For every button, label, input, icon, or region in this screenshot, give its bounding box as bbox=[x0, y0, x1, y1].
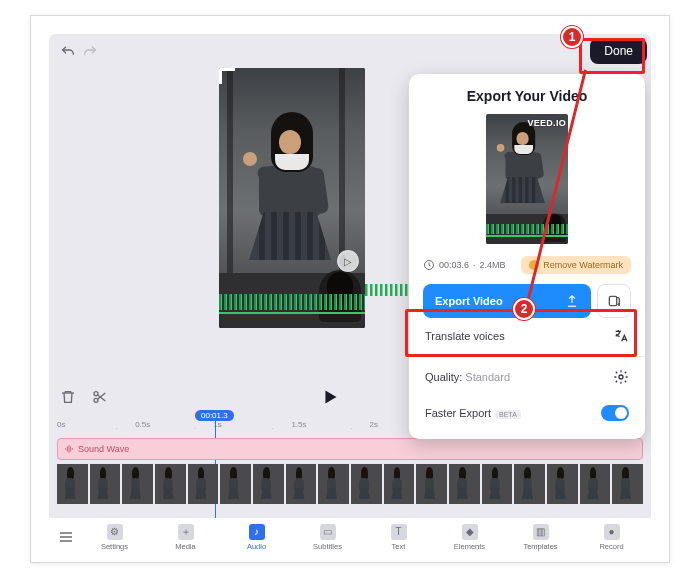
upload-icon bbox=[565, 294, 579, 308]
keyframe-thumb bbox=[90, 464, 121, 504]
tool-text[interactable]: TText bbox=[365, 524, 432, 551]
keyframe-thumb bbox=[57, 464, 88, 504]
tool-media[interactable]: ＋Media bbox=[152, 524, 219, 551]
ruler-tick: 0.5s bbox=[135, 420, 174, 429]
topbar bbox=[57, 38, 643, 66]
copy-plus-icon bbox=[606, 293, 622, 309]
sound-wave-track[interactable]: Sound Wave bbox=[57, 438, 643, 460]
keyframe-thumb bbox=[547, 464, 578, 504]
play-button[interactable] bbox=[317, 384, 343, 410]
delete-button[interactable] bbox=[57, 386, 79, 408]
outer-frame: Done bbox=[30, 15, 670, 563]
keyframe-thumb bbox=[188, 464, 219, 504]
faster-export-toggle[interactable] bbox=[601, 405, 629, 421]
keyframe-thumb bbox=[220, 464, 251, 504]
keyframe-thumb bbox=[416, 464, 447, 504]
svg-rect-3 bbox=[609, 296, 616, 305]
export-options-button[interactable] bbox=[597, 284, 631, 318]
keyframe-thumb bbox=[580, 464, 611, 504]
tool-elements[interactable]: ◆Elements bbox=[436, 524, 503, 551]
done-button[interactable]: Done bbox=[590, 38, 647, 64]
timeline-tools bbox=[57, 386, 111, 408]
playhead-time-label: 00:01.3 bbox=[195, 410, 234, 421]
redo-button[interactable] bbox=[79, 41, 101, 63]
keyframe-thumb bbox=[482, 464, 513, 504]
keyframe-thumb bbox=[351, 464, 382, 504]
tool-record[interactable]: ●Record bbox=[578, 524, 645, 551]
tool-templates[interactable]: ▥Templates bbox=[507, 524, 574, 551]
keyframe-thumb bbox=[449, 464, 480, 504]
preview-play-badge[interactable]: ▷ bbox=[337, 250, 359, 272]
sound-track-label: Sound Wave bbox=[78, 444, 129, 454]
keyframe-thumb bbox=[253, 464, 284, 504]
export-panel: Export Your Video VEED.IO bbox=[409, 74, 645, 439]
ruler-tick: 0s bbox=[57, 420, 96, 429]
keyframe-thumb bbox=[514, 464, 545, 504]
keyframe-thumb bbox=[122, 464, 153, 504]
export-video-button[interactable]: Export Video bbox=[423, 284, 591, 318]
svg-point-0 bbox=[94, 392, 98, 396]
keyframe-thumb bbox=[612, 464, 643, 504]
translate-voices-row[interactable]: Translate voices bbox=[423, 318, 631, 354]
faster-export-row[interactable]: Faster ExportBETA bbox=[423, 395, 631, 431]
keyframe-thumb bbox=[155, 464, 186, 504]
video-track[interactable] bbox=[57, 464, 643, 504]
app-canvas: Done bbox=[49, 34, 651, 556]
bottom-toolbar: ⚙Settings ＋Media ♪Audio ▭Subtitles TText… bbox=[49, 518, 651, 556]
keyframe-thumb bbox=[286, 464, 317, 504]
keyframe-thumb bbox=[384, 464, 415, 504]
menu-button[interactable] bbox=[55, 529, 77, 545]
ruler-tick: 1.5s bbox=[291, 420, 330, 429]
translate-icon bbox=[613, 328, 629, 344]
gear-icon bbox=[613, 369, 629, 385]
tool-subtitles[interactable]: ▭Subtitles bbox=[294, 524, 361, 551]
video-preview[interactable]: ▷ bbox=[219, 68, 365, 328]
tool-settings[interactable]: ⚙Settings bbox=[81, 524, 148, 551]
svg-point-1 bbox=[94, 398, 98, 402]
split-button[interactable] bbox=[89, 386, 111, 408]
keyframe-thumb bbox=[318, 464, 349, 504]
annotation-number-1: 1 bbox=[561, 26, 583, 48]
watermark-text: VEED.IO bbox=[527, 118, 566, 128]
clock-icon bbox=[423, 259, 435, 271]
annotation-number-2: 2 bbox=[513, 298, 535, 320]
tool-audio[interactable]: ♪Audio bbox=[223, 524, 290, 551]
preview-waveform bbox=[219, 294, 365, 310]
ruler-tick: 2s bbox=[370, 420, 409, 429]
export-panel-title: Export Your Video bbox=[423, 88, 631, 104]
export-meta: 00:03.6 · 2.4MB bbox=[423, 259, 506, 271]
quality-row[interactable]: Quality: Standard bbox=[423, 359, 631, 395]
undo-button[interactable] bbox=[57, 41, 79, 63]
svg-point-4 bbox=[619, 375, 623, 379]
